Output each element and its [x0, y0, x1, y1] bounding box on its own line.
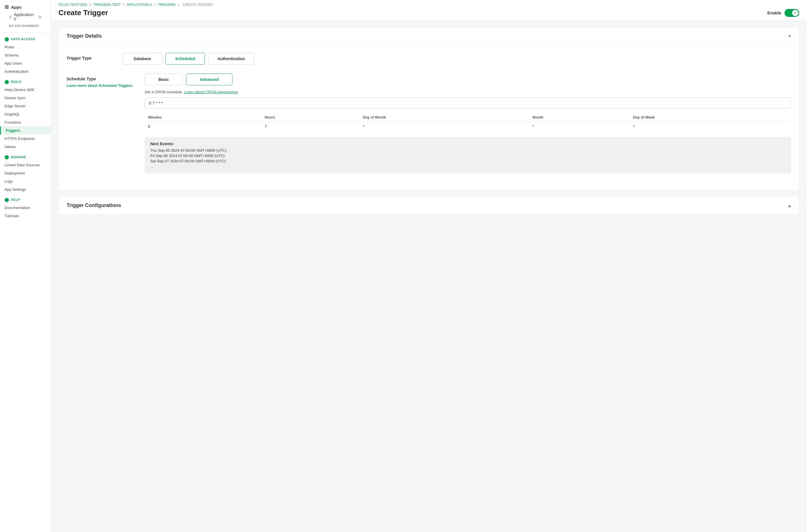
app-row: ⌂ Application-0 ⧉ — [4, 10, 46, 24]
breadcrumb-current: CREATE TRIGGER — [183, 3, 212, 7]
sidebar-item-app-users[interactable]: App Users — [0, 59, 50, 68]
grid-icon: ⊞ — [4, 4, 9, 10]
cron-col-header-0: Minutes — [145, 113, 261, 121]
cron-value-0: 0 — [145, 121, 261, 132]
sidebar-item-functions[interactable]: Functions — [0, 118, 50, 127]
next-event-item: Fri Sep 06 2024 07:00:00 GMT+0000 (UTC) — [150, 154, 785, 158]
page-header: Create Trigger Enable — [58, 8, 799, 17]
cron-value-1: 7 — [261, 121, 360, 132]
sidebar-item-tutorials[interactable]: Tutorials — [0, 212, 50, 220]
breadcrumb: ATLAS-TEST-ORG > TRIGGERS-TEST > APPLICA… — [58, 3, 799, 7]
next-events-label: Next Events: — [150, 141, 785, 146]
enable-toggle[interactable] — [785, 9, 799, 17]
trigger-type-btn-database[interactable]: Database — [123, 53, 162, 64]
trigger-type-btn-scheduled[interactable]: Scheduled — [166, 53, 205, 64]
section-icon: ⬤ — [4, 79, 9, 84]
trigger-configurations-header: Trigger Configurations ▴ — [59, 196, 799, 214]
section-icon: ⬤ — [4, 155, 9, 159]
sidebar-section-label-data-access: ⬤DATA ACCESS — [0, 33, 50, 43]
breadcrumb-link-0[interactable]: ATLAS-TEST-ORG — [58, 3, 87, 7]
sidebar-item-deployment[interactable]: Deployment — [0, 169, 50, 177]
trigger-configurations-title: Trigger Configurations — [67, 203, 121, 208]
copy-icon[interactable]: ⧉ — [38, 15, 41, 19]
trigger-configurations-card: Trigger Configurations ▴ — [58, 196, 799, 214]
cron-description: Set a CRON schedule. Learn about CRON ex… — [145, 90, 791, 94]
breadcrumb-link-3[interactable]: TRIGGERS — [158, 3, 175, 7]
sidebar-item-logs[interactable]: Logs — [0, 177, 50, 185]
learn-more-link[interactable]: Learn more about Scheduled Triggers. — [67, 83, 133, 88]
schedule-type-text: Schedule Type — [67, 76, 96, 81]
content-area: Trigger Details ▾ Trigger Type DatabaseS… — [51, 20, 807, 532]
page-title: Create Trigger — [58, 8, 108, 17]
trigger-type-row: Trigger Type DatabaseScheduledAuthentica… — [67, 53, 791, 64]
next-events-box: Next Events: Thu Sep 05 2024 07:00:00 GM… — [145, 137, 791, 173]
env-badge: NO ENVIRONMENT — [4, 24, 46, 30]
trigger-details-body: Trigger Type DatabaseScheduledAuthentica… — [59, 45, 799, 190]
sidebar-item-schema[interactable]: Schema — [0, 51, 50, 59]
chevron-down-icon[interactable]: ▾ — [788, 33, 791, 39]
trigger-details-header: Trigger Details ▾ — [59, 27, 799, 45]
cron-col-header-4: Day of Week — [630, 113, 791, 121]
sidebar-item-app-settings[interactable]: App Settings — [0, 185, 50, 193]
sidebar-top: ⊞ Apps ⌂ Application-0 ⧉ NO ENVIRONMENT — [0, 0, 50, 33]
breadcrumb-link-1[interactable]: TRIGGERS-TEST — [93, 3, 120, 7]
schedule-btn-advanced[interactable]: Advanced — [186, 74, 232, 86]
home-icon: ⌂ — [9, 14, 12, 19]
cron-input[interactable] — [145, 97, 791, 109]
app-name: Application-0 — [14, 12, 36, 21]
sidebar-item-atlas-device-sdk[interactable]: Atlas Device SDK — [0, 86, 50, 94]
sidebar-item-triggers[interactable]: Triggers — [0, 127, 50, 135]
top-bar: ATLAS-TEST-ORG > TRIGGERS-TEST > APPLICA… — [51, 0, 807, 20]
trigger-type-label: Trigger Type — [67, 53, 112, 60]
schedule-btn-basic[interactable]: Basic — [145, 74, 183, 86]
trigger-type-button-group: DatabaseScheduledAuthentication — [123, 53, 791, 64]
chevron-up-icon[interactable]: ▴ — [788, 202, 791, 209]
sidebar-item-device-sync[interactable]: Device Sync — [0, 94, 50, 102]
sidebar-sections: ⬤DATA ACCESSRulesSchemaApp UsersAuthenti… — [0, 33, 50, 220]
sidebar: ⊞ Apps ⌂ Application-0 ⧉ NO ENVIRONMENT … — [0, 0, 51, 532]
next-events-list: Thu Sep 05 2024 07:00:00 GMT+0000 (UTC)F… — [150, 148, 785, 163]
cron-value-3: * — [529, 121, 630, 132]
cron-desc-text: Set a CRON schedule. — [145, 90, 183, 94]
enable-label: Enable — [767, 11, 781, 15]
sidebar-item-edge-server[interactable]: Edge Server — [0, 102, 50, 110]
sidebar-item-linked-data-sources[interactable]: Linked Data Sources — [0, 161, 50, 169]
learn-cron-link[interactable]: Learn about CRON expressions — [184, 90, 238, 94]
schedule-type-row: Schedule Type Learn more about Scheduled… — [67, 74, 791, 173]
apps-label: Apps — [11, 5, 22, 10]
schedule-type-button-group: BasicAdvanced — [145, 74, 791, 86]
trigger-type-btn-authentication[interactable]: Authentication — [208, 53, 254, 64]
trigger-details-title: Trigger Details — [67, 33, 102, 39]
sidebar-section-label-help: ⬤HELP — [0, 193, 50, 204]
learn-link: Learn more about Scheduled Triggers. — [67, 83, 133, 88]
trigger-type-controls: DatabaseScheduledAuthentication — [123, 53, 791, 64]
section-icon: ⬤ — [4, 37, 9, 41]
cron-value-2: * — [360, 121, 529, 132]
sidebar-section-label-build: ⬤BUILD — [0, 76, 50, 86]
sidebar-item-values[interactable]: Values — [0, 143, 50, 151]
cron-value-4: * — [630, 121, 791, 132]
sidebar-item-graphql[interactable]: GraphQL — [0, 110, 50, 118]
breadcrumb-separator: > — [177, 3, 181, 7]
next-event-item: Sat Sep 07 2024 07:00:00 GMT+0000 (UTC) — [150, 159, 785, 163]
schedule-type-label-el: Schedule Type Learn more about Scheduled… — [67, 74, 133, 88]
cron-col-header-1: Hours — [261, 113, 360, 121]
enable-row: Enable — [767, 9, 799, 17]
sidebar-section-label-manage: ⬤MANAGE — [0, 151, 50, 161]
breadcrumb-separator: > — [122, 3, 126, 7]
breadcrumb-link-2[interactable]: APPLICATION-0 — [127, 3, 152, 7]
sidebar-item-documentation[interactable]: Documentation — [0, 204, 50, 212]
sidebar-item-rules[interactable]: Rules — [0, 43, 50, 51]
main-content: ATLAS-TEST-ORG > TRIGGERS-TEST > APPLICA… — [51, 0, 807, 532]
next-events-ellipsis: ... — [150, 164, 785, 169]
cron-table: MinutesHoursDay of MonthMonthDay of Week… — [145, 113, 791, 131]
breadcrumb-separator: > — [153, 3, 157, 7]
breadcrumb-separator: > — [88, 3, 92, 7]
sidebar-item-authentication[interactable]: Authentication — [0, 68, 50, 76]
section-icon: ⬤ — [4, 197, 9, 202]
toggle-knob — [792, 10, 798, 16]
sidebar-item-https-endpoints[interactable]: HTTPS Endpoints — [0, 135, 50, 143]
cron-col-header-2: Day of Month — [360, 113, 529, 121]
apps-link[interactable]: ⊞ Apps — [4, 4, 46, 10]
cron-col-header-3: Month — [529, 113, 630, 121]
